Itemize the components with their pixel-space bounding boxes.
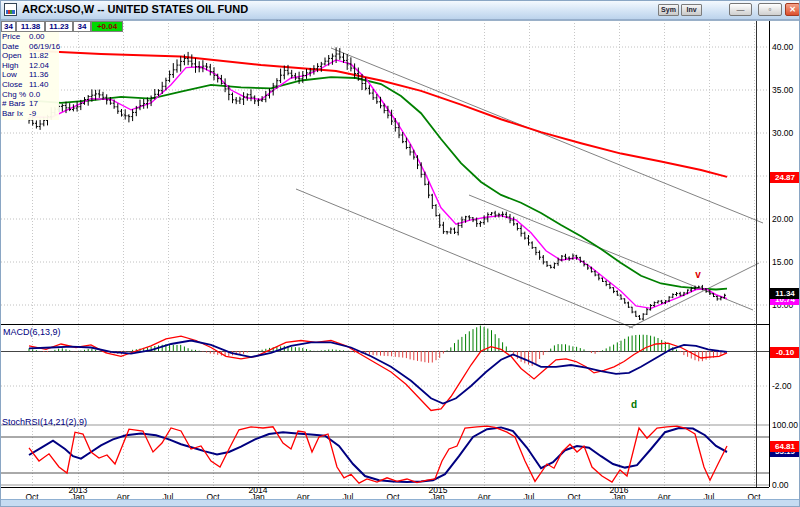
trendlines[interactable]: [296, 48, 763, 328]
app-window: ARCX:USO,W -- UNITED STATES OIL FUND Sym…: [0, 0, 800, 507]
app-icon: [4, 3, 17, 16]
price-axis-label: 30.00: [772, 128, 793, 138]
stochrsi-axis-label: 0.00: [772, 480, 789, 490]
macd-value-badge: -0.10: [770, 347, 800, 358]
inv-button[interactable]: Inv: [681, 4, 702, 16]
stochrsi-value-badge: 64.81: [770, 441, 800, 452]
maximize-button[interactable]: ▫: [758, 3, 782, 16]
stochrsi-fast-line: [29, 426, 727, 483]
chart-canvas: [1, 1, 800, 507]
data-window-row: Date06/19/16: [2, 42, 59, 52]
macd-histogram-negative: [40, 351, 725, 366]
ma-green-line: [29, 77, 727, 289]
stochrsi-slow-line: [29, 427, 727, 482]
stochrsi-axis-label: 100.00: [772, 420, 798, 430]
sym-button[interactable]: Sym: [658, 4, 679, 16]
data-window-row: # Bars17: [2, 99, 59, 109]
gridlines: [1, 23, 769, 487]
data-window-row: Bar Ix-9: [2, 109, 59, 119]
quote-cell: 11.38: [16, 21, 45, 32]
data-window-row: High12.04: [2, 61, 59, 71]
data-window: Price0.00Date06/19/16Open11.82High12.04L…: [1, 30, 59, 120]
x-axis-year-label: 2015: [429, 487, 448, 494]
annotation-v: v: [695, 269, 701, 280]
quote-cell: 11.23: [45, 21, 73, 32]
price-axis-label: 15.00: [772, 257, 793, 267]
quote-cell: 34: [73, 21, 91, 32]
data-window-row: Price0.00: [2, 32, 59, 42]
macd-histogram-positive: [29, 326, 677, 351]
quote-change-cell: +0.04: [91, 21, 123, 32]
price-ohlc-bars: [28, 47, 726, 320]
ma-magenta-line: [29, 60, 727, 309]
close-button[interactable]: ✕: [785, 3, 800, 16]
data-window-row: Open11.82: [2, 51, 59, 61]
window-title: ARCX:USO,W -- UNITED STATES OIL FUND: [22, 3, 248, 15]
macd-line: [29, 336, 727, 410]
price-badge: 24.87: [770, 172, 800, 183]
data-window-row: Close11.40: [2, 80, 59, 90]
price-axis-label: 40.00: [772, 42, 793, 52]
chart-stage: 3411.3811.2334+0.04 Price0.00Date06/19/1…: [1, 1, 799, 506]
x-axis-year-label: 2013: [69, 487, 88, 494]
macd-pane-label: MACD(6,13,9): [3, 327, 61, 337]
quote-row: 3411.3811.2334+0.04: [1, 21, 123, 32]
annotation-d: d: [631, 399, 637, 410]
data-window-row: Chg %0.0: [2, 90, 59, 100]
x-axis-year-label: 2014: [249, 487, 268, 494]
ma-red-line: [29, 50, 727, 176]
window-bottom-edge[interactable]: [1, 499, 799, 506]
minimize-button[interactable]: —: [729, 3, 752, 16]
quote-cell: 34: [1, 21, 16, 32]
x-axis-year-label: 2016: [610, 487, 629, 494]
macd-signal-line: [29, 341, 727, 404]
data-window-row: Low11.36: [2, 70, 59, 80]
stochrsi-pane-label: StochRSI(14,21(2),9): [2, 417, 87, 427]
window-titlebar[interactable]: ARCX:USO,W -- UNITED STATES OIL FUND Sym…: [1, 1, 799, 20]
price-badge: 11.34: [770, 288, 800, 299]
price-axis-label: 20.00: [772, 214, 793, 224]
macd-axis-label: -2.00: [772, 381, 791, 391]
price-axis-label: 35.00: [772, 85, 793, 95]
